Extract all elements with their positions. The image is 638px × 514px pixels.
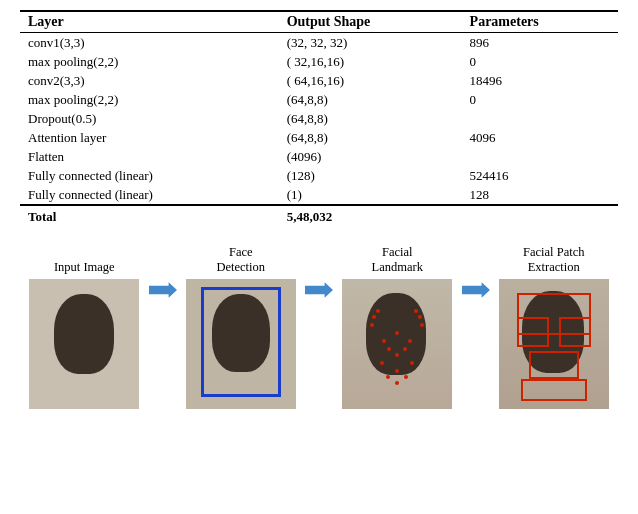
cell-layer: Fully connected (linear) <box>20 185 279 205</box>
cell-layer: Flatten <box>20 147 279 166</box>
label-facial-patch: Facial PatchExtraction <box>523 245 584 275</box>
arrow-icon-2 <box>305 279 333 301</box>
table-row: max pooling(2,2) ( 32,16,16) 0 <box>20 52 618 71</box>
diagram-facial-landmark: FacialLandmark <box>333 245 462 409</box>
dot <box>408 339 412 343</box>
cell-shape: ( 32,16,16) <box>279 52 462 71</box>
cell-shape: ( 64,16,16) <box>279 71 462 90</box>
table-row: conv1(3,3) (32, 32, 32) 896 <box>20 33 618 53</box>
cell-shape: (32, 32, 32) <box>279 33 462 53</box>
label-input: Input Image <box>54 245 115 275</box>
cell-layer: conv1(3,3) <box>20 33 279 53</box>
cell-total-empty <box>462 205 618 227</box>
face-input <box>29 279 139 409</box>
cell-shape: (64,8,8) <box>279 109 462 128</box>
table-section: Layer Output Shape Parameters conv1(3,3)… <box>20 10 618 227</box>
diagram-face-detection: FaceDetection <box>177 245 306 409</box>
dot <box>370 323 374 327</box>
dot <box>382 339 386 343</box>
cell-layer: max pooling(2,2) <box>20 90 279 109</box>
arrow-2 <box>305 245 333 301</box>
table-total-row: Total 5,48,032 <box>20 205 618 227</box>
cell-params: 128 <box>462 185 618 205</box>
cell-params <box>462 109 618 128</box>
cell-params: 896 <box>462 33 618 53</box>
col-header-shape: Output Shape <box>279 11 462 33</box>
dot <box>380 361 384 365</box>
svg-marker-2 <box>462 282 490 297</box>
cell-layer: max pooling(2,2) <box>20 52 279 71</box>
table-row: Flatten (4096) <box>20 147 618 166</box>
cell-shape: (128) <box>279 166 462 185</box>
diagram-section: Input Image FaceDetection <box>20 245 618 409</box>
arrow-icon-1 <box>149 279 177 301</box>
patch-rect-right-eye <box>559 317 591 347</box>
face-landmark <box>342 279 452 409</box>
patch-rect-chin <box>521 379 587 401</box>
cell-shape: (1) <box>279 185 462 205</box>
patch-rect-mouth <box>529 351 579 379</box>
label-facial-landmark: FacialLandmark <box>372 245 423 275</box>
cell-layer: Dropout(0.5) <box>20 109 279 128</box>
dot <box>395 369 399 373</box>
cell-layer: conv2(3,3) <box>20 71 279 90</box>
table-row: conv2(3,3) ( 64,16,16) 18496 <box>20 71 618 90</box>
cell-layer: Attention layer <box>20 128 279 147</box>
dot <box>404 375 408 379</box>
model-table: Layer Output Shape Parameters conv1(3,3)… <box>20 10 618 227</box>
cell-params <box>462 147 618 166</box>
arrow-icon-3 <box>462 279 490 301</box>
dot <box>418 315 422 319</box>
cell-total-value: 5,48,032 <box>279 205 462 227</box>
cell-shape: (64,8,8) <box>279 90 462 109</box>
table-row: Dropout(0.5) (64,8,8) <box>20 109 618 128</box>
cell-params: 4096 <box>462 128 618 147</box>
table-row: Fully connected (linear) (128) 524416 <box>20 166 618 185</box>
cell-params: 18496 <box>462 71 618 90</box>
table-row: max pooling(2,2) (64,8,8) 0 <box>20 90 618 109</box>
face-detection <box>186 279 296 409</box>
svg-marker-0 <box>149 282 177 297</box>
dot <box>395 381 399 385</box>
cell-params: 524416 <box>462 166 618 185</box>
dot <box>420 323 424 327</box>
arrow-3 <box>462 245 490 301</box>
cell-shape: (4096) <box>279 147 462 166</box>
diagram-input-image: Input Image <box>20 245 149 409</box>
dot <box>414 309 418 313</box>
dot <box>387 347 391 351</box>
dot <box>410 361 414 365</box>
dot <box>395 353 399 357</box>
cell-shape: (64,8,8) <box>279 128 462 147</box>
blue-rect <box>201 287 281 397</box>
main-container: Layer Output Shape Parameters conv1(3,3)… <box>0 0 638 419</box>
cell-params: 0 <box>462 90 618 109</box>
arrow-1 <box>149 245 177 301</box>
table-row: Fully connected (linear) (1) 128 <box>20 185 618 205</box>
dot <box>386 375 390 379</box>
diagram-facial-patch: Facial PatchExtraction <box>490 245 619 409</box>
table-row: Attention layer (64,8,8) 4096 <box>20 128 618 147</box>
dot <box>376 309 380 313</box>
dot <box>395 331 399 335</box>
face-patch <box>499 279 609 409</box>
dot <box>403 347 407 351</box>
cell-total-label: Total <box>20 205 279 227</box>
cell-params: 0 <box>462 52 618 71</box>
svg-marker-1 <box>305 282 333 297</box>
cell-layer: Fully connected (linear) <box>20 166 279 185</box>
dot <box>372 315 376 319</box>
col-header-layer: Layer <box>20 11 279 33</box>
col-header-params: Parameters <box>462 11 618 33</box>
label-face-detection: FaceDetection <box>216 245 265 275</box>
patch-rect-left-eye <box>517 317 549 347</box>
